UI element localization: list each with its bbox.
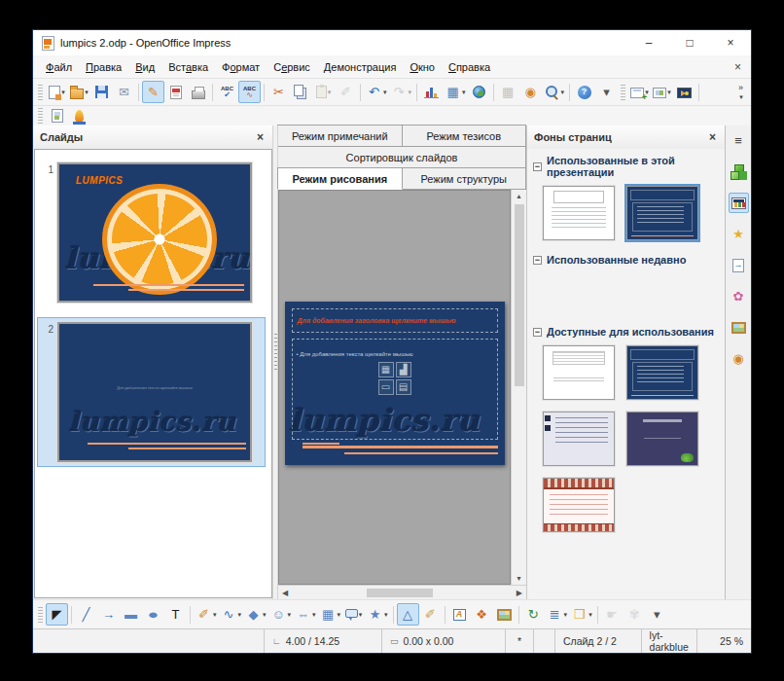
menu-window[interactable]: Окно	[403, 58, 442, 76]
custom-animation-star-button[interactable]: ★	[729, 224, 749, 244]
menu-file[interactable]: Файл	[39, 58, 79, 76]
toolbar-options-button[interactable]: ▾	[595, 81, 618, 103]
fontwork-button[interactable]: A	[448, 603, 471, 626]
gallery-button[interactable]	[729, 317, 749, 338]
dropdown-arrow-icon[interactable]: ▾	[85, 89, 89, 96]
display-grid-button[interactable]: ▦	[497, 81, 519, 103]
block-arrows-button[interactable]: ⇔▾	[293, 603, 318, 626]
table-button[interactable]: ▦▾	[443, 81, 468, 103]
dropdown-arrow-icon[interactable]: ▾	[288, 611, 292, 619]
insert-media-icon[interactable]: ▤	[396, 379, 411, 395]
properties-cubes-button[interactable]	[729, 161, 749, 182]
new-document-button[interactable]: ▾	[46, 81, 68, 103]
horizontal-scroll-thumb[interactable]	[367, 589, 433, 597]
dropdown-arrow-icon[interactable]: ▾	[213, 611, 217, 619]
interaction-button[interactable]: ☛	[601, 603, 624, 626]
chart-button[interactable]	[420, 81, 443, 103]
navigator-button[interactable]: ◉	[729, 348, 749, 369]
select-arrow-button[interactable]: ◤	[46, 603, 68, 626]
slide-1-thumbnail[interactable]: LUMPICS lumpics.ru	[57, 162, 252, 303]
dropdown-arrow-icon[interactable]: ▾	[263, 611, 267, 619]
help-button[interactable]: ?	[573, 81, 595, 103]
extrusion-shapes-button[interactable]: ❖	[471, 603, 493, 626]
scroll-right-icon[interactable]: ▶	[513, 586, 526, 600]
slide-edit-surface[interactable]: Для добавления заголовка щелкните мышью …	[285, 302, 505, 465]
insert-image-icon[interactable]: ▭	[378, 379, 394, 395]
insert-table-icon[interactable]: ▦	[378, 362, 394, 377]
undo-button[interactable]: ↶▾	[364, 81, 389, 103]
slide-thumbnail-row-1[interactable]: 1 LUMPICS lumpics.ru	[37, 158, 266, 307]
minimize-button[interactable]: –	[628, 30, 669, 55]
insert-picture-button[interactable]	[493, 603, 516, 626]
slide-transition-button[interactable]: →	[729, 255, 749, 275]
scroll-left-icon[interactable]: ◀	[278, 586, 292, 600]
slide-show-button[interactable]	[673, 81, 695, 103]
slide-canvas[interactable]: Для добавления заголовка щелкните мышью …	[278, 190, 511, 585]
master-used-darkblue-thumbnail[interactable]	[626, 186, 698, 240]
master-default-white-thumbnail[interactable]	[543, 345, 615, 400]
hyperlink-globe-button[interactable]	[468, 81, 490, 103]
tab-handout-view[interactable]: Режим тезисов	[402, 125, 527, 147]
menu-insert[interactable]: Вставка	[161, 58, 215, 76]
dropdown-arrow-icon[interactable]: ▾	[359, 611, 363, 619]
text-box-button[interactable]: T	[164, 603, 187, 626]
curve-button[interactable]: ✐▾	[194, 603, 219, 626]
dropdown-arrow-icon[interactable]: ▾	[564, 611, 568, 619]
dropdown-arrow-icon[interactable]: ▾	[462, 89, 466, 96]
flowchart-button[interactable]: ▦▾	[318, 603, 343, 626]
slide-thumbnail-button[interactable]	[46, 105, 68, 127]
rotate-button[interactable]: ↻	[522, 603, 545, 626]
scroll-down-icon[interactable]: ▼	[512, 572, 526, 585]
line-button[interactable]: ╱	[75, 603, 97, 626]
export-pdf-button[interactable]	[164, 81, 187, 103]
dropdown-arrow-icon[interactable]: ▾	[61, 89, 65, 96]
maximize-button[interactable]: □	[669, 30, 710, 55]
collapse-toggle-icon[interactable]: −	[533, 162, 542, 171]
connector-button[interactable]: ∿▾	[219, 603, 244, 626]
new-slide-button[interactable]: ▾	[628, 81, 651, 103]
menu-view[interactable]: Вид	[128, 58, 161, 76]
scroll-up-icon[interactable]: ▲	[512, 190, 526, 202]
toolbar-grab-handle[interactable]	[621, 85, 625, 100]
ellipse-button[interactable]: ●	[142, 603, 164, 626]
navigator-compass-button[interactable]: ◉	[519, 81, 542, 103]
master-lilac-thumbnail[interactable]	[543, 412, 615, 466]
redo-button[interactable]: ↷▾	[389, 81, 414, 103]
spellcheck-button[interactable]: ABC✔	[216, 81, 238, 103]
basic-shapes-button[interactable]: ◆▾	[243, 603, 268, 626]
menu-tools[interactable]: Сервис	[267, 58, 317, 76]
line-arrow-end-button[interactable]: →	[97, 603, 120, 626]
save-button[interactable]	[90, 81, 113, 103]
sidebar-settings-button[interactable]: ≡	[729, 130, 749, 151]
close-button[interactable]: ×	[710, 30, 751, 55]
arrange-button[interactable]: ❒▾	[569, 603, 594, 626]
toolbar-overflow-button[interactable]: » ▾	[732, 84, 749, 101]
tab-outline-view[interactable]: Режим структуры	[402, 167, 527, 190]
copy-button[interactable]	[290, 81, 312, 103]
animation-flame-button[interactable]	[68, 105, 90, 127]
menu-format[interactable]: Формат	[215, 58, 267, 76]
master-used-white-thumbnail[interactable]	[543, 186, 615, 240]
paste-button[interactable]: ▾	[312, 81, 335, 103]
dropdown-arrow-icon[interactable]: ▾	[383, 89, 387, 96]
toolbar-grab-handle[interactable]	[38, 607, 43, 623]
menu-edit[interactable]: Правка	[79, 58, 128, 76]
dropdown-arrow-icon[interactable]: ▾	[312, 611, 316, 619]
status-zoom-level[interactable]: 25 %	[696, 629, 751, 653]
insert-chart-icon[interactable]: ▟	[396, 362, 411, 377]
slide-2-thumbnail[interactable]: Для добавления текста щелкайте мышью lum…	[57, 322, 252, 462]
vertical-scroll-thumb[interactable]	[515, 204, 524, 386]
menu-slideshow[interactable]: Демонстрация	[317, 58, 404, 76]
dropdown-arrow-icon[interactable]: ▾	[328, 89, 332, 96]
print-button[interactable]	[187, 81, 209, 103]
auto-spellcheck-button[interactable]: ABC∿	[238, 81, 261, 103]
email-document-button[interactable]: ✉	[113, 81, 135, 103]
edit-points-button[interactable]: △	[397, 603, 419, 626]
dropdown-arrow-icon[interactable]: ▾	[409, 89, 412, 96]
zoom-magnifier-button[interactable]: ▾	[542, 81, 567, 103]
dropdown-arrow-icon[interactable]: ▾	[561, 89, 565, 96]
master-pages-tab-button[interactable]	[729, 193, 749, 213]
title-placeholder[interactable]: Для добавления заголовка щелкните мышью	[292, 308, 498, 333]
format-paintbrush-button[interactable]: ✐	[335, 81, 357, 103]
tab-drawing-view[interactable]: Режим рисования	[277, 167, 403, 190]
